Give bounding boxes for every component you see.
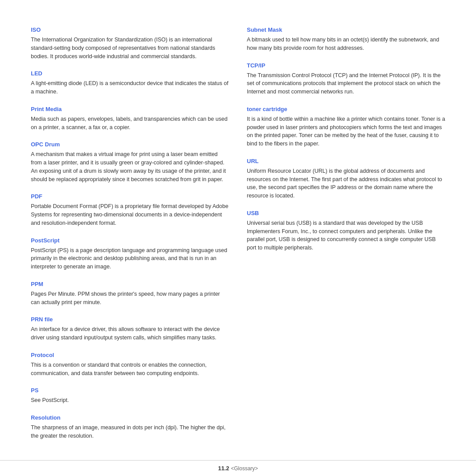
entry-postscript: PostScriptPostScript (PS) is a page desc… — [31, 237, 229, 271]
entry-ps: PSSee PostScript. — [31, 387, 229, 405]
entry-title-postscript: PostScript — [31, 237, 229, 244]
footer-label: <Glossary> — [231, 465, 258, 472]
entry-body-print-media: Media such as papers, envelopes, labels,… — [31, 115, 229, 132]
entry-body-opc-drum: A mechanism that makes a virtual image f… — [31, 150, 229, 183]
entry-title-tcp-ip: TCP/IP — [247, 62, 445, 69]
entry-title-ps: PS — [31, 387, 229, 394]
entry-title-protocol: Protocol — [31, 352, 229, 358]
entry-body-tcp-ip: The Transmission Control Protocol (TCP) … — [247, 71, 445, 96]
page: ISOThe International Organization for St… — [0, 0, 476, 476]
left-column: ISOThe International Organization for St… — [31, 26, 229, 450]
entry-iso: ISOThe International Organization for St… — [31, 26, 229, 60]
page-number: 11.2 — [218, 465, 229, 472]
entry-title-print-media: Print Media — [31, 106, 229, 112]
entry-title-opc-drum: OPC Drum — [31, 141, 229, 148]
entry-prn-file: PRN fileAn interface for a device driver… — [31, 316, 229, 342]
entry-led: LEDA light-emitting diode (LED) is a sem… — [31, 70, 229, 96]
entry-usb: USBUniversal serial bus (USB) is a stand… — [247, 210, 445, 252]
entry-body-toner-cartridge: It is a kind of bottle within a machine … — [247, 115, 445, 148]
entry-body-led: A light-emitting diode (LED) is a semico… — [31, 79, 229, 96]
entry-title-url: URL — [247, 158, 445, 164]
entry-body-usb: Universal serial bus (USB) is a standard… — [247, 219, 445, 252]
entry-body-subnet-mask: A bitmask used to tell how many bits in … — [247, 36, 445, 52]
entry-body-url: Uniform Resource Locator (URL) is the gl… — [247, 167, 445, 200]
entry-title-resolution: Resolution — [31, 414, 229, 421]
entry-title-ppm: PPM — [31, 281, 229, 287]
entry-body-postscript: PostScript (PS) is a page description la… — [31, 246, 229, 271]
entry-protocol: ProtocolThis is a convention or standard… — [31, 352, 229, 378]
entry-body-resolution: The sharpness of an image, measured in d… — [31, 424, 229, 440]
entry-url: URLUniform Resource Locator (URL) is the… — [247, 158, 445, 200]
entry-body-protocol: This is a convention or standard that co… — [31, 361, 229, 378]
page-footer: 11.2 <Glossary> — [0, 460, 476, 476]
entry-title-iso: ISO — [31, 26, 229, 33]
entry-title-pdf: PDF — [31, 193, 229, 200]
entry-ppm: PPMPages Per Minute. PPM shows the print… — [31, 281, 229, 307]
entry-body-pdf: Portable Document Format (PDF) is a prop… — [31, 202, 229, 227]
entry-pdf: PDFPortable Document Format (PDF) is a p… — [31, 193, 229, 227]
entry-resolution: ResolutionThe sharpness of an image, mea… — [31, 414, 229, 440]
entry-body-ps: See PostScript. — [31, 396, 229, 405]
entry-body-prn-file: An interface for a device driver, this a… — [31, 325, 229, 342]
entry-toner-cartridge: toner cartridgeIt is a kind of bottle wi… — [247, 106, 445, 148]
entry-title-usb: USB — [247, 210, 445, 216]
main-columns: ISOThe International Organization for St… — [31, 26, 445, 450]
entry-tcp-ip: TCP/IPThe Transmission Control Protocol … — [247, 62, 445, 96]
entry-title-led: LED — [31, 70, 229, 77]
entry-title-prn-file: PRN file — [31, 316, 229, 323]
entry-print-media: Print MediaMedia such as papers, envelop… — [31, 106, 229, 132]
entry-title-subnet-mask: Subnet Mask — [247, 26, 445, 33]
right-column: Subnet MaskA bitmask used to tell how ma… — [247, 26, 445, 450]
entry-body-iso: The International Organization for Stand… — [31, 36, 229, 60]
entry-body-ppm: Pages Per Minute. PPM shows the printer'… — [31, 290, 229, 307]
entry-title-toner-cartridge: toner cartridge — [247, 106, 445, 112]
entry-opc-drum: OPC DrumA mechanism that makes a virtual… — [31, 141, 229, 183]
entry-subnet-mask: Subnet MaskA bitmask used to tell how ma… — [247, 26, 445, 52]
